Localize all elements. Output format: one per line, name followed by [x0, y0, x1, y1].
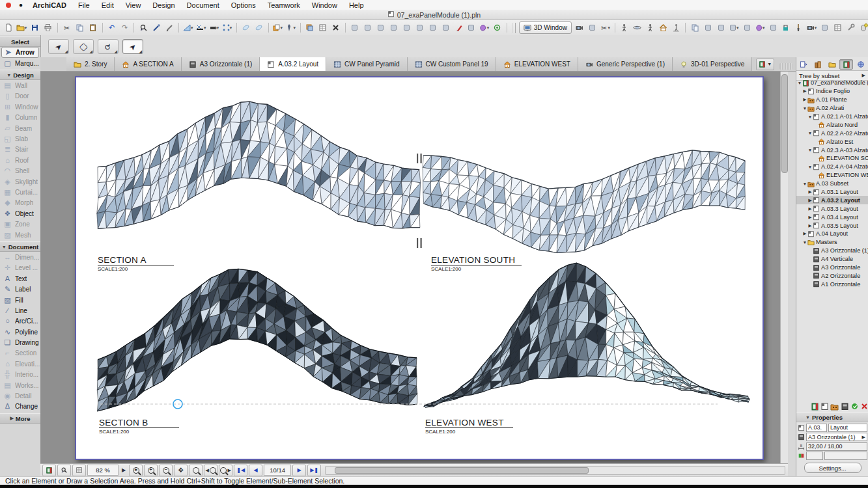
closed-expander-icon[interactable]: ▶	[807, 215, 813, 220]
zoom-menu-arrow[interactable]: ▶	[120, 467, 128, 473]
pen-default-button[interactable]: ▼	[285, 21, 298, 34]
open-expander-icon[interactable]: ▼	[807, 115, 813, 119]
open-expander-icon[interactable]: ▼	[802, 182, 807, 186]
pan-zoom-button[interactable]	[72, 465, 86, 476]
next-zoom-button[interactable]: ▶	[219, 465, 232, 476]
tab-overview-button[interactable]	[42, 465, 56, 476]
zoom-level-field[interactable]: 82 %	[87, 465, 119, 476]
gravity-leaf-button[interactable]	[240, 21, 253, 34]
menu-options[interactable]: Options	[225, 1, 262, 9]
tab-cw-custom-panel-19[interactable]: CW Custom Panel 19	[408, 57, 496, 71]
tree-item-a3-orizzontale-1-[interactable]: A3 Orizzontale (1)	[796, 247, 868, 255]
toolbox-item-slab[interactable]: ◱Slab	[0, 133, 40, 144]
toolbox-item-skylight[interactable]: ◈Skylight	[0, 176, 40, 187]
save-button[interactable]	[29, 21, 42, 34]
new-file-button[interactable]	[3, 21, 16, 34]
settings-button[interactable]: Settings...	[804, 463, 861, 473]
doc-compare-button[interactable]	[819, 21, 832, 34]
closed-expander-icon[interactable]: ▶	[807, 198, 813, 203]
annotate-red-pen-button[interactable]	[452, 21, 465, 34]
tab-cw-panel-pyramid[interactable]: CW Panel Pyramid	[326, 57, 407, 71]
menu-window[interactable]: Window	[306, 1, 343, 9]
previous-zoom-button[interactable]: ◀	[204, 465, 217, 476]
quick-preview-button[interactable]	[57, 465, 71, 476]
tab-scroll-strip[interactable]	[779, 63, 793, 70]
3d-window-button[interactable]: 3D Window	[519, 21, 572, 34]
toolbox-item-stair[interactable]: ≣Stair	[0, 144, 40, 155]
tree-item-indice-foglio[interactable]: ▶Indice Foglio	[796, 87, 868, 96]
toolbox-section-more[interactable]: ▶More	[0, 413, 40, 424]
toolbox-section-document[interactable]: ▼Document	[0, 241, 40, 252]
layout-page[interactable]	[75, 76, 764, 460]
closed-expander-icon[interactable]: ▶	[807, 223, 813, 228]
cutaway-button[interactable]: ✂▼	[599, 21, 612, 34]
vertical-scroll-thumb[interactable]	[781, 74, 788, 173]
tree-item-a-04-layout[interactable]: ▶A.04 Layout	[796, 230, 868, 238]
menu-edit[interactable]: Edit	[96, 1, 120, 9]
tree-item-a-02-3-a-03-alzato[interactable]: ▼A.02.3 A-03 Alzato	[796, 146, 868, 154]
rotate-view-button[interactable]: ⟳◢	[98, 39, 119, 54]
snap-points-button[interactable]: ▼	[221, 21, 234, 34]
menu-document[interactable]: Document	[181, 1, 225, 9]
tree-item-elevation-west[interactable]: ELEVATION WEST	[796, 171, 868, 180]
open-expander-icon[interactable]: ▼	[797, 81, 802, 85]
wrench-tool-button[interactable]	[845, 21, 858, 34]
menu-view[interactable]: View	[120, 1, 147, 9]
camera-options-button[interactable]: ▼	[805, 21, 819, 34]
tab-a-section-a[interactable]: A SECTION A	[115, 57, 181, 71]
multi-screen-button[interactable]	[766, 21, 779, 34]
layout-id-field[interactable]: A.03.	[806, 424, 827, 432]
properties-header[interactable]: ▼Properties	[796, 413, 868, 422]
tab-3d-01-perspective[interactable]: 3D-01 Perspective	[673, 57, 752, 71]
toolbox-item-interior[interactable]: ╬Interio...	[0, 370, 40, 380]
green-target-button[interactable]	[491, 21, 504, 34]
layout-book-items-button[interactable]	[811, 401, 819, 411]
find-select-button[interactable]	[137, 21, 150, 34]
redo-button[interactable]: ↷	[119, 21, 132, 34]
favorites-button[interactable]: ▼	[272, 21, 285, 34]
marquee-options-button[interactable]: ▢◢	[73, 39, 94, 54]
fill-teal-button[interactable]	[779, 21, 792, 34]
tree-item-elevation-south[interactable]: ELEVATION SOUTH	[796, 154, 868, 163]
toolbox-item-drawing[interactable]: ❏Drawing	[0, 337, 40, 347]
toolbox-item-marquee[interactable]: ▢Marqu...	[0, 58, 40, 68]
zoom-in-button[interactable]: +	[144, 465, 158, 476]
toolbox-item-wall[interactable]: ▤Wall	[0, 80, 40, 90]
toolbox-item-label[interactable]: ✎Label	[0, 284, 40, 294]
explore-mode-button[interactable]	[644, 21, 657, 34]
toolbox-item-fill[interactable]: ▨Fill	[0, 295, 40, 305]
tree-item-a-03-subset[interactable]: ▼A.03 Subset	[796, 180, 868, 188]
trace-settings-button[interactable]	[316, 21, 329, 34]
zoom-out-button[interactable]: −	[159, 465, 173, 476]
doc-table-button[interactable]	[832, 21, 845, 34]
suspend-groups-button[interactable]	[348, 21, 361, 34]
arrow-options-button[interactable]: ➤◢	[48, 39, 69, 54]
previous-page-button[interactable]: ◀	[249, 465, 262, 476]
walk-mode-button[interactable]	[618, 21, 631, 34]
tree-item-a1-orizzontale[interactable]: A1 Orizzontale	[796, 280, 868, 288]
tab-list-dropdown-button[interactable]: ▼	[756, 59, 774, 70]
print-button[interactable]	[42, 21, 55, 34]
closed-expander-icon[interactable]: ▶	[807, 206, 813, 211]
open-expander-icon[interactable]: ▼	[802, 240, 807, 245]
toolbox-item-dimension[interactable]: ↔Dimen...	[0, 252, 40, 262]
visual-compare-2-button[interactable]: ▼	[753, 21, 766, 34]
magic-wand-leaf-button[interactable]	[253, 21, 266, 34]
update-drawings-button[interactable]	[850, 401, 859, 411]
toolbox-section-select[interactable]: Select	[0, 36, 40, 47]
ungroup-button[interactable]	[361, 21, 374, 34]
toolbox-item-column[interactable]: ▮Column	[0, 113, 40, 123]
window-title-bar[interactable]: 07_exaPanelModule (1).pln	[0, 10, 868, 20]
tree-item-07-exapanelmodule-1-[interactable]: ▼07_exaPanelModule (1)	[796, 79, 868, 87]
undo-button[interactable]: ↶	[105, 21, 119, 34]
copy-options-button[interactable]	[688, 21, 701, 34]
open-expander-icon[interactable]: ▼	[807, 165, 813, 169]
polygon-edit-button[interactable]	[426, 21, 439, 34]
toolbox-item-arc[interactable]: ○Arc/Ci...	[0, 316, 40, 327]
tree-item-a-01-piante[interactable]: ▶A.01 Piante	[796, 96, 868, 104]
open-expander-icon[interactable]: ▼	[807, 131, 813, 135]
tree-item-a-03-4-layout[interactable]: ▶A.03.4 Layout	[796, 213, 868, 221]
toolbox-item-curtain[interactable]: ▦Curtai...	[0, 187, 40, 197]
toolbox-item-line[interactable]: ∕Line	[0, 305, 40, 316]
navigator-view-map-button[interactable]	[826, 59, 839, 70]
